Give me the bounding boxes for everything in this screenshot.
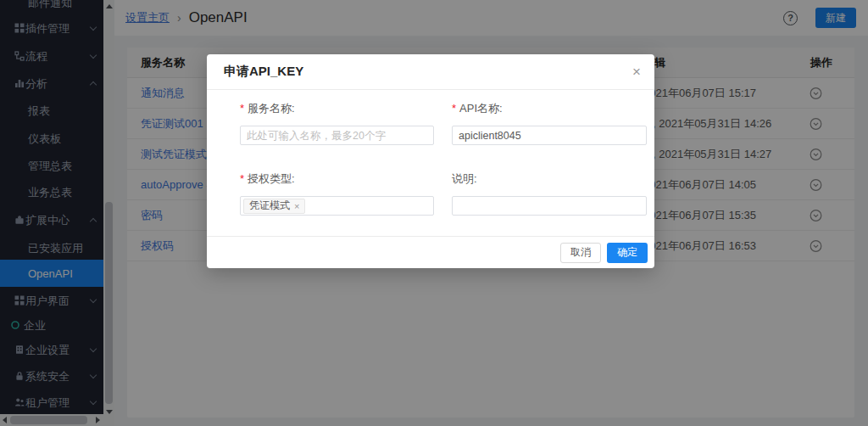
close-icon[interactable]: ×	[632, 64, 641, 79]
tag-remove-icon[interactable]: ×	[294, 201, 299, 211]
api-name-field: *API名称:	[452, 101, 647, 145]
api-name-input[interactable]	[452, 126, 647, 145]
modal-title: 申请API_KEY	[224, 64, 303, 80]
confirm-button[interactable]: 确定	[607, 243, 648, 263]
description-input[interactable]	[452, 196, 647, 216]
required-asterisk: *	[240, 102, 244, 115]
auth-type-tag: 凭证模式×	[243, 199, 305, 214]
api-name-label: API名称:	[459, 102, 503, 115]
auth-type-input[interactable]: 凭证模式×	[240, 196, 434, 216]
required-asterisk: *	[240, 172, 244, 185]
auth-type-label: 授权类型:	[248, 172, 295, 185]
auth-type-field: *授权类型: 凭证模式×	[240, 171, 434, 216]
required-asterisk: *	[452, 102, 456, 115]
apply-api-key-modal: 申请API_KEY × *服务名称: *API名称: *授权类型: 凭证模式× …	[207, 54, 654, 268]
service-name-label: 服务名称:	[248, 102, 295, 115]
modal-header: 申请API_KEY ×	[207, 54, 654, 90]
description-label: 说明:	[452, 172, 477, 185]
cancel-button[interactable]: 取消	[560, 243, 601, 263]
service-name-input[interactable]	[240, 126, 434, 145]
service-name-field: *服务名称:	[240, 101, 434, 145]
description-field: 说明:	[452, 171, 647, 216]
modal-footer: 取消 确定	[207, 236, 654, 268]
modal-body: *服务名称: *API名称: *授权类型: 凭证模式× 说明:	[207, 90, 654, 216]
